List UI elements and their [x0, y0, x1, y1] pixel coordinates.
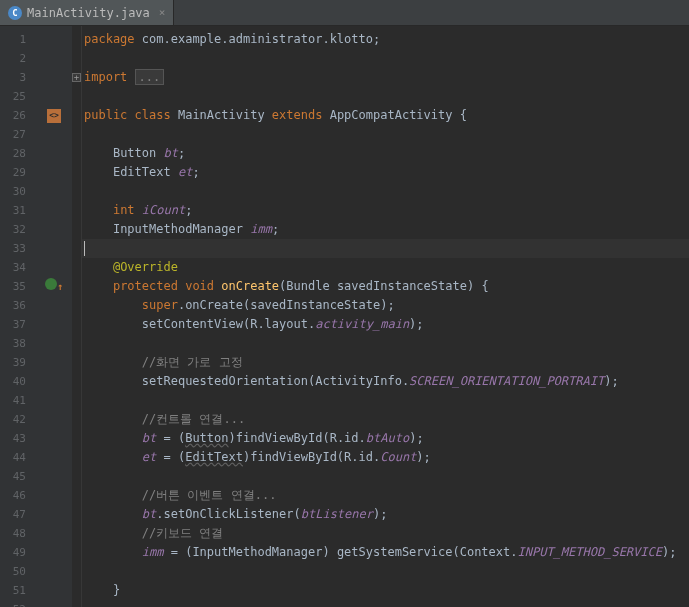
code-line: //컨트롤 연결... — [82, 410, 689, 429]
code-line: imm = (InputMethodManager) getSystemServ… — [82, 543, 689, 562]
fold-column: + — [72, 26, 82, 607]
code-line: import ... — [82, 68, 689, 87]
line-number: 2 — [0, 49, 26, 68]
code-line: bt = (Button)findViewById(R.id.btAuto); — [82, 429, 689, 448]
line-number: 45 — [0, 467, 26, 486]
code-line: super.onCreate(savedInstanceState); — [82, 296, 689, 315]
code-line: public class MainActivity extends AppCom… — [82, 106, 689, 125]
line-number: 26 — [0, 106, 26, 125]
line-number: 28 — [0, 144, 26, 163]
line-number: 25 — [0, 87, 26, 106]
line-number: 35 — [0, 277, 26, 296]
code-line: InputMethodManager imm; — [82, 220, 689, 239]
override-gutter-icon[interactable]: ↑ — [45, 277, 63, 296]
line-number: 43 — [0, 429, 26, 448]
line-number: 39 — [0, 353, 26, 372]
java-class-icon: C — [8, 6, 22, 20]
gutter-icons: <> ↑ — [36, 26, 72, 607]
line-number: 49 — [0, 543, 26, 562]
line-number: 32 — [0, 220, 26, 239]
close-icon[interactable]: × — [159, 6, 166, 19]
code-line: Button bt; — [82, 144, 689, 163]
line-number: 52 — [0, 600, 26, 607]
code-line: int iCount; — [82, 201, 689, 220]
code-line — [82, 562, 689, 581]
line-number: 40 — [0, 372, 26, 391]
code-line: setContentView(R.layout.activity_main); — [82, 315, 689, 334]
line-number: 42 — [0, 410, 26, 429]
line-number: 41 — [0, 391, 26, 410]
tab-label: MainActivity.java — [27, 6, 150, 20]
code-line: //버튼 이벤트 연결... — [82, 486, 689, 505]
line-number: 44 — [0, 448, 26, 467]
code-line: protected void onCreate(Bundle savedInst… — [82, 277, 689, 296]
code-line — [82, 182, 689, 201]
code-line: et = (EditText)findViewById(R.id.Count); — [82, 448, 689, 467]
code-line: //화면 가로 고정 — [82, 353, 689, 372]
code-line — [82, 467, 689, 486]
caret — [84, 241, 85, 256]
code-area[interactable]: package com.example.administrator.klotto… — [82, 26, 689, 607]
line-number: 46 — [0, 486, 26, 505]
line-number-gutter: 1 2 3 25 26 27 28 29 30 31 32 33 34 35 3… — [0, 26, 36, 607]
tab-bar: C MainActivity.java × — [0, 0, 689, 26]
line-number: 3 — [0, 68, 26, 87]
folded-imports[interactable]: ... — [135, 69, 165, 85]
code-line: EditText et; — [82, 163, 689, 182]
code-line: } — [82, 581, 689, 600]
line-number: 31 — [0, 201, 26, 220]
line-number: 36 — [0, 296, 26, 315]
line-number: 38 — [0, 334, 26, 353]
code-line: @Override — [82, 258, 689, 277]
code-line: bt.setOnClickListener(btListener); — [82, 505, 689, 524]
code-line — [82, 391, 689, 410]
line-number: 1 — [0, 30, 26, 49]
line-number: 33 — [0, 239, 26, 258]
editor: 1 2 3 25 26 27 28 29 30 31 32 33 34 35 3… — [0, 26, 689, 607]
line-number: 47 — [0, 505, 26, 524]
class-gutter-icon[interactable]: <> — [47, 109, 61, 123]
line-number: 48 — [0, 524, 26, 543]
line-number: 51 — [0, 581, 26, 600]
line-number: 50 — [0, 562, 26, 581]
line-number: 30 — [0, 182, 26, 201]
line-number: 34 — [0, 258, 26, 277]
line-number: 27 — [0, 125, 26, 144]
code-line — [82, 49, 689, 68]
code-line-current — [82, 239, 689, 258]
line-number: 37 — [0, 315, 26, 334]
code-line — [82, 600, 689, 607]
line-number: 29 — [0, 163, 26, 182]
code-line — [82, 125, 689, 144]
fold-expand-icon[interactable]: + — [72, 73, 81, 82]
code-line: setRequestedOrientation(ActivityInfo.SCR… — [82, 372, 689, 391]
code-line: package com.example.administrator.klotto… — [82, 30, 689, 49]
tab-main-activity[interactable]: C MainActivity.java × — [0, 0, 174, 25]
code-line — [82, 87, 689, 106]
code-line: //키보드 연결 — [82, 524, 689, 543]
code-line — [82, 334, 689, 353]
